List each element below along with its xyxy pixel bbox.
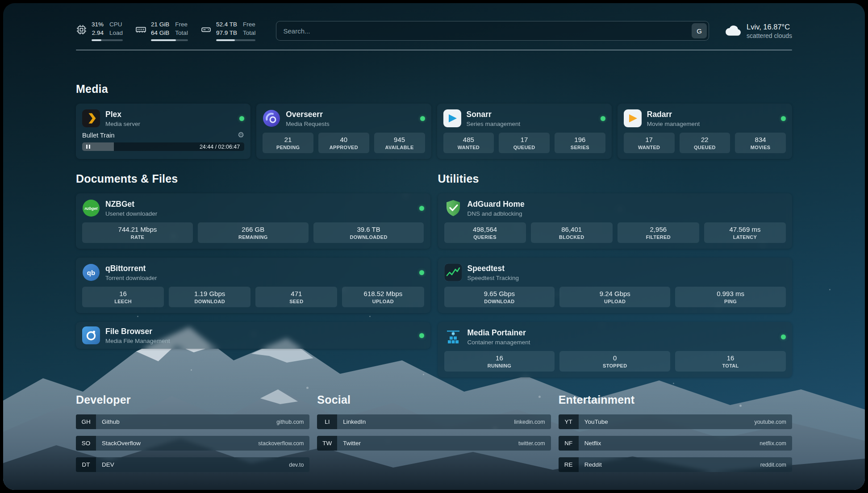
stat-label: UPLOAD (561, 299, 668, 304)
stat-value: 2,956 (619, 226, 697, 233)
memory-usage-bar-fill (151, 39, 175, 41)
bookmark-abbr: LI (317, 414, 337, 429)
stat-running: 16 RUNNING (444, 351, 555, 372)
qbittorrent-card-header: qb qBittorrent Torrent downloader (82, 263, 424, 281)
service-card-filebrowser[interactable]: File Browser Media File Management (76, 322, 430, 349)
adguard-card-header: AdGuard Home DNS and adblocking (444, 199, 786, 217)
stat-value: 21 (264, 136, 312, 143)
stat-label: TOTAL (677, 363, 784, 368)
gear-icon[interactable]: ⚙ (238, 131, 244, 139)
bookmark-twitter[interactable]: TW Twitter twitter.com (317, 436, 551, 451)
stat-queued: 17 QUEUED (499, 133, 550, 153)
service-card-qbittorrent[interactable]: qb qBittorrent Torrent downloader 16 LEE… (76, 258, 430, 313)
stat-label: MOVIES (737, 145, 784, 150)
stat-label: REMAINING (200, 234, 307, 240)
stat-total: 16 TOTAL (675, 351, 786, 372)
section-title-developer: Developer (76, 393, 309, 406)
bookmark-youtube[interactable]: YT YouTube youtube.com (559, 414, 792, 429)
service-card-nzbget[interactable]: nzbget NZBGet Usenet downloader 744.21 M… (76, 193, 430, 249)
stat-value: 22 (681, 136, 729, 143)
stat-value: 17 (501, 136, 548, 143)
playback-progress-bar[interactable]: 24:44 / 02:06:47 (82, 142, 244, 151)
bookmark-name: DEV (102, 461, 114, 468)
bookmark-url: reddit.com (760, 462, 786, 468)
stat-value: 266 GB (200, 226, 307, 233)
playback-time: 24:44 / 02:06:47 (200, 144, 240, 150)
stat-value: 16 (84, 290, 162, 297)
stat-value: 0 (561, 354, 668, 362)
disk-free-label: Free (243, 21, 256, 29)
stat-approved: 40 APPROVED (318, 133, 369, 153)
stat-upload: 618.52 Mbps UPLOAD (342, 287, 424, 307)
nzbget-name: NZBGet (105, 200, 157, 209)
bookmark-abbr: RE (559, 457, 579, 472)
bookmark-reddit[interactable]: RE Reddit reddit.com (559, 457, 792, 472)
qbittorrent-stats: 16 LEECH 1.19 Gbps DOWNLOAD 471 SEED 6 (82, 287, 424, 307)
overseerr-name: Overseerr (286, 110, 330, 119)
service-card-overseerr[interactable]: Overseerr Media Requests 21 PENDING 40 A… (256, 104, 431, 159)
overseerr-description: Media Requests (286, 121, 330, 127)
bookmark-abbr: YT (559, 414, 579, 429)
service-card-sonarr[interactable]: Sonarr Series management 485 WANTED 17 Q… (437, 104, 612, 159)
overseerr-stats: 21 PENDING 40 APPROVED 945 AVAILABLE (263, 133, 425, 153)
bookmark-netflix[interactable]: NF Netflix netflix.com (559, 436, 792, 451)
plex-icon (82, 109, 100, 127)
stat-value: 16 (446, 354, 553, 362)
bookmark-github[interactable]: GH Github github.com (76, 414, 309, 429)
weather-location: Lviv, 16.87°C (747, 23, 792, 31)
memory-monitor-widget: 21 GiB Free 64 GiB Total (135, 21, 188, 41)
bookmark-dev[interactable]: DT DEV dev.to (76, 457, 309, 472)
search-provider-button[interactable]: G (692, 23, 707, 38)
service-card-portainer[interactable]: Media Portainer Container management 16 … (438, 322, 793, 377)
portainer-name: Media Portainer (467, 328, 530, 338)
bookmark-linkedin[interactable]: LI LinkedIn linkedin.com (317, 414, 551, 429)
weather-condition: scattered clouds (747, 32, 792, 39)
nzbget-status-dot (419, 206, 424, 211)
stat-value: 945 (376, 136, 423, 143)
radarr-name: Radarr (647, 110, 700, 119)
stat-value: 498,564 (446, 226, 524, 233)
stat-download: 9.65 Gbps DOWNLOAD (444, 287, 555, 307)
stat-label: DOWNLOADED (315, 234, 422, 240)
stat-downloaded: 39.6 TB DOWNLOADED (313, 222, 424, 243)
service-card-speedtest[interactable]: Speedtest Speedtest Tracking 9.65 Gbps D… (438, 258, 793, 313)
stat-stopped: 0 STOPPED (559, 351, 670, 372)
stat-value: 834 (737, 136, 784, 143)
section-title-utilities: Utilities (438, 172, 793, 185)
cpu-icon (76, 24, 87, 35)
stat-series: 196 SERIES (555, 133, 605, 153)
bookmark-abbr: TW (317, 436, 337, 451)
weather-text: Lviv, 16.87°C scattered clouds (747, 23, 792, 39)
bookmark-abbr: GH (76, 414, 96, 429)
cpu-usage-bar (92, 39, 123, 41)
cpu-load-label: Load (109, 29, 123, 37)
search-input[interactable] (276, 21, 709, 41)
stat-label: RUNNING (446, 363, 553, 368)
speedtest-card-header: Speedtest Speedtest Tracking (444, 263, 786, 281)
stat-queries: 498,564 QUERIES (444, 222, 526, 243)
stat-value: 86,401 (533, 226, 611, 233)
bookmark-abbr: SO (76, 436, 96, 451)
utilities-column: Utilities AdGuard Home (438, 172, 793, 377)
service-card-radarr[interactable]: Radarr Movie management 17 WANTED 22 QUE… (618, 104, 792, 159)
bookmark-stackoverflow[interactable]: SO StackOverflow stackoverflow.com (76, 436, 309, 451)
memory-total-label: Total (175, 29, 188, 37)
service-card-adguard[interactable]: AdGuard Home DNS and adblocking 498,564 … (438, 193, 793, 249)
stat-rate: 744.21 Mbps RATE (82, 222, 193, 243)
stat-value: 196 (556, 136, 604, 143)
cpu-monitor-widget: 31% CPU 2.94 Load (76, 21, 123, 41)
stat-value: 39.6 TB (315, 226, 422, 233)
disk-usage-bar (216, 39, 256, 41)
search-bar: G (276, 21, 709, 41)
nzbget-description: Usenet downloader (105, 210, 157, 217)
stat-seed: 471 SEED (255, 287, 337, 307)
stat-label: RATE (84, 234, 191, 240)
stat-label: QUEUED (681, 145, 729, 150)
system-monitors: 31% CPU 2.94 Load (76, 21, 255, 41)
pause-icon[interactable] (86, 145, 90, 149)
stat-value: 9.24 Gbps (561, 290, 668, 297)
bookmark-name: LinkedIn (343, 418, 366, 425)
stat-value: 40 (320, 136, 367, 143)
qbittorrent-name: qBittorrent (105, 264, 157, 273)
service-card-plex[interactable]: Plex Media server Bullet Train ⚙ 24:44 /… (76, 104, 250, 159)
